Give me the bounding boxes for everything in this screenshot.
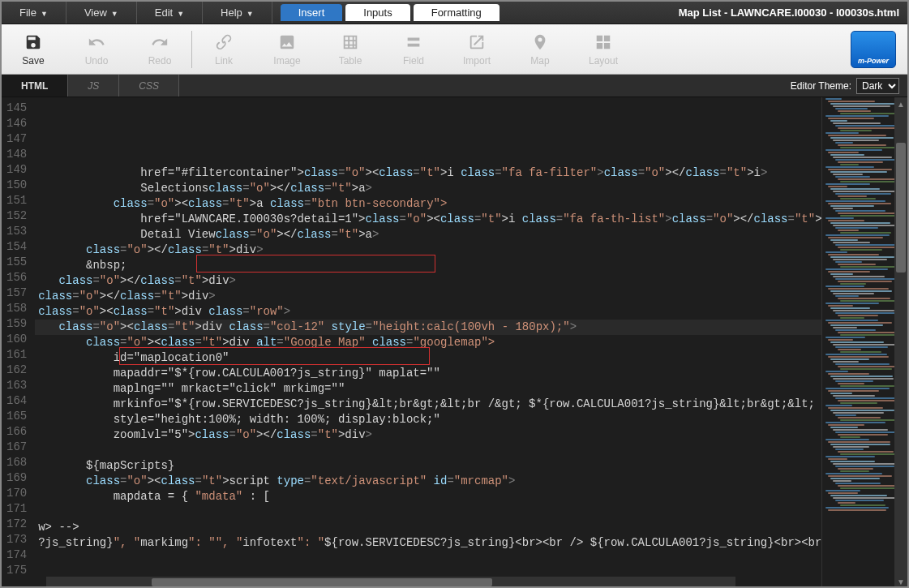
line-gutter: 1451461471481491501511521531541551561571… — [2, 97, 35, 588]
ribbon-tab-insert[interactable]: Insert — [281, 4, 343, 21]
menubar: File ▼ View ▼ Edit ▼ Help ▼ Insert Input… — [2, 2, 907, 24]
link-button[interactable]: Link — [204, 32, 244, 67]
toolbar: Save Undo Redo Link Image — [2, 24, 907, 75]
table-icon — [341, 32, 360, 52]
vertical-scrollbar[interactable]: ▲ ▼ — [894, 97, 907, 588]
map-label: Map — [530, 55, 549, 67]
menu-help[interactable]: Help ▼ — [203, 2, 272, 24]
mpower-logo[interactable]: m-Power — [851, 31, 896, 68]
chevron-down-icon: ▼ — [247, 10, 254, 18]
scroll-down-arrow[interactable]: ▼ — [894, 575, 907, 588]
toolbar-divider — [191, 31, 192, 68]
menu-help-label: Help — [221, 6, 242, 19]
window-title: Map List - LAWNCARE.I00030 - I00030s.htm… — [671, 2, 907, 24]
redo-icon — [150, 32, 169, 52]
minimap[interactable] — [821, 97, 894, 588]
ribbon-tab-formatting[interactable]: Formatting — [414, 4, 500, 21]
tab-js[interactable]: JS — [68, 75, 119, 97]
field-icon — [404, 32, 423, 52]
menu-view-label: View — [84, 6, 107, 19]
layout-button[interactable]: Layout — [583, 32, 624, 67]
save-icon — [24, 32, 43, 52]
redo-label: Redo — [148, 55, 172, 67]
chevron-down-icon: ▼ — [177, 10, 184, 18]
field-button[interactable]: Field — [393, 32, 434, 67]
table-label: Table — [339, 55, 362, 67]
scrollbar-thumb[interactable] — [152, 578, 492, 586]
tab-html[interactable]: HTML — [2, 75, 68, 97]
editor-tabs: HTML JS CSS Editor Theme: Dark Light — [2, 75, 907, 97]
save-button[interactable]: Save — [13, 32, 54, 67]
import-button[interactable]: Import — [457, 32, 497, 67]
horizontal-scrollbar[interactable] — [46, 577, 735, 588]
editor-area: 1451461471481491501511521531541551561571… — [2, 97, 907, 588]
layout-icon — [594, 32, 613, 52]
menu-file[interactable]: File ▼ — [2, 2, 66, 24]
layout-label: Layout — [589, 55, 618, 67]
import-label: Import — [463, 55, 491, 67]
menu-edit[interactable]: Edit ▼ — [137, 2, 203, 24]
theme-picker: Editor Theme: Dark Light — [783, 75, 907, 97]
map-button[interactable]: Map — [520, 32, 560, 67]
link-label: Link — [215, 55, 233, 67]
tab-css[interactable]: CSS — [119, 75, 179, 97]
redo-button[interactable]: Redo — [139, 32, 180, 67]
chevron-down-icon: ▼ — [111, 10, 118, 18]
code-content[interactable]: href="#filtercontainer">class="o"><class… — [35, 97, 821, 588]
field-label: Field — [403, 55, 424, 67]
image-label: Image — [273, 55, 300, 67]
code-editor[interactable]: 1451461471481491501511521531541551561571… — [2, 97, 821, 588]
link-icon — [214, 32, 234, 52]
scrollbar-track[interactable] — [894, 110, 907, 575]
chevron-down-icon: ▼ — [41, 10, 48, 18]
save-label: Save — [22, 55, 44, 67]
scroll-up-arrow[interactable]: ▲ — [894, 97, 907, 110]
image-icon — [277, 32, 297, 52]
menu-file-label: File — [19, 6, 36, 19]
table-button[interactable]: Table — [330, 32, 371, 67]
menu-view[interactable]: View ▼ — [66, 2, 137, 24]
undo-button[interactable]: Undo — [76, 32, 117, 67]
theme-picker-label: Editor Theme: — [791, 80, 851, 92]
scrollbar-thumb[interactable] — [896, 143, 906, 273]
image-button[interactable]: Image — [267, 32, 307, 67]
map-pin-icon — [530, 32, 550, 52]
undo-label: Undo — [85, 55, 109, 67]
theme-select[interactable]: Dark Light — [856, 78, 899, 94]
ribbon-tab-inputs[interactable]: Inputs — [345, 4, 409, 21]
undo-icon — [87, 32, 106, 52]
ribbon-tabs: Insert Inputs Formatting — [281, 2, 500, 24]
import-icon — [467, 32, 487, 52]
menu-edit-label: Edit — [155, 6, 173, 19]
